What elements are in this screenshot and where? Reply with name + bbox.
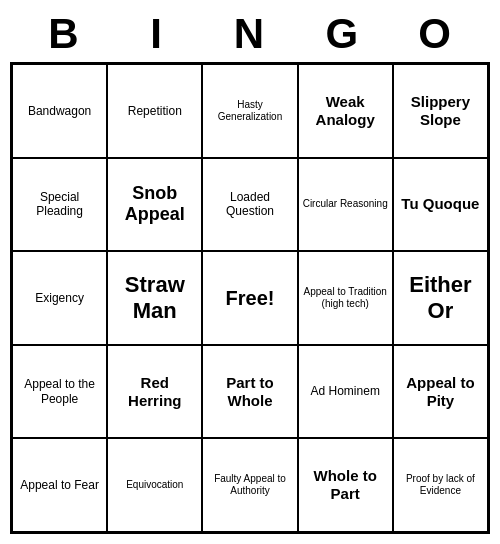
cell-15: Appeal to the People [12,345,107,439]
letter-i: I [111,10,204,58]
cell-14: Either Or [393,251,488,345]
bingo-title: B I N G O [10,10,490,58]
cell-12: Free! [202,251,297,345]
cell-10: Exigency [12,251,107,345]
cell-20: Appeal to Fear [12,438,107,532]
bingo-grid: BandwagonRepetitionHasty GeneralizationW… [10,62,490,534]
letter-o: O [389,10,482,58]
cell-21: Equivocation [107,438,202,532]
cell-24: Proof by lack of Evidence [393,438,488,532]
cell-2: Hasty Generalization [202,64,297,158]
cell-4: Slippery Slope [393,64,488,158]
letter-b: B [18,10,111,58]
cell-7: Loaded Question [202,158,297,252]
letter-g: G [296,10,389,58]
cell-1: Repetition [107,64,202,158]
letter-n: N [204,10,297,58]
cell-19: Appeal to Pity [393,345,488,439]
cell-23: Whole to Part [298,438,393,532]
cell-18: Ad Hominem [298,345,393,439]
cell-16: Red Herring [107,345,202,439]
cell-13: Appeal to Tradition (high tech) [298,251,393,345]
cell-11: Straw Man [107,251,202,345]
cell-3: Weak Analogy [298,64,393,158]
cell-8: Circular Reasoning [298,158,393,252]
cell-22: Faulty Appeal to Authority [202,438,297,532]
cell-9: Tu Quoque [393,158,488,252]
cell-17: Part to Whole [202,345,297,439]
cell-0: Bandwagon [12,64,107,158]
cell-6: Snob Appeal [107,158,202,252]
cell-5: Special Pleading [12,158,107,252]
